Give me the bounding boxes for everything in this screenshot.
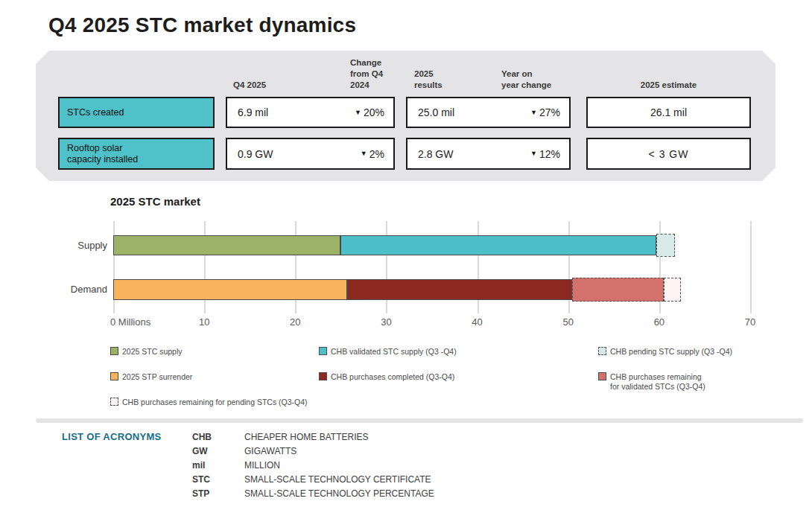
legend-label: 2025 STC supply — [122, 347, 183, 357]
down-arrow-icon: ▼ — [361, 150, 367, 157]
column-header-yoy-change: Year on year change — [501, 68, 551, 91]
acronym-definition: GIGAWATTS — [244, 446, 296, 456]
gridline — [750, 221, 752, 313]
x-axis-tick-label: 50 — [562, 316, 573, 328]
x-axis-tick-label: 70 — [745, 316, 755, 328]
legend-item: 2025 STP surrender — [110, 372, 192, 382]
legend-label: CHB purchases remaining for pending STCs… — [122, 398, 308, 407]
legend-label: CHB purchases completed (Q3-Q4) — [331, 372, 454, 382]
value-box-q4-stcs: 6.9 mil ▼ 20% — [226, 97, 395, 128]
legend-item: CHB purchases remaining for pending STCs… — [110, 398, 308, 407]
legend-swatch-dark-red — [319, 372, 327, 380]
legend-item: CHB pending STC supply (Q3 -Q4) — [598, 347, 732, 357]
value-box-estimate-rooftop: < 3 GW — [586, 138, 751, 170]
q4-change-value: 2% — [369, 148, 384, 160]
acronym-definition: CHEAPER HOME BATTERIES — [244, 432, 368, 442]
legend-item: CHB purchases remaining for validated ST… — [598, 372, 705, 392]
metric-label-text: Rooftop solar capacity installed — [67, 143, 138, 165]
x-axis-tick-label: 60 — [654, 316, 664, 328]
ytd-change-value: 12% — [539, 148, 560, 160]
legend-swatch-teal — [319, 347, 327, 355]
legend-swatch-light-teal — [598, 347, 606, 355]
ytd-change: ▼ 12% — [530, 148, 560, 160]
legend-swatch-salmon — [598, 372, 606, 380]
legend-item: 2025 STC supply — [110, 347, 183, 357]
value-box-q4-rooftop: 0.9 GW ▼ 2% — [226, 138, 395, 170]
q4-change: ▼ 2% — [361, 148, 384, 160]
legend-label: 2025 STP surrender — [122, 372, 192, 382]
legend-label: CHB validated STC supply (Q3 -Q4) — [331, 347, 457, 357]
value-box-estimate-stcs: 26.1 mil — [586, 97, 751, 128]
legend-swatch-green — [110, 347, 118, 355]
x-axis-tick-label: 40 — [472, 316, 482, 328]
column-header-change-from-q4-2024: Change from Q4 2024 — [350, 57, 383, 91]
ytd-change: ▼ 27% — [530, 106, 560, 118]
down-arrow-icon: ▼ — [530, 109, 537, 116]
x-axis-tick-label: 30 — [381, 316, 391, 328]
acronym-abbr: CHB — [192, 432, 212, 442]
bar-segment-light-pink — [664, 278, 681, 302]
acronym-definition: SMALL-SCALE TECHNOLOGY CERTIFICATE — [244, 474, 431, 485]
legend-swatch-orange — [110, 372, 118, 380]
bar-segment-orange — [113, 279, 347, 300]
estimate-value: < 3 GW — [649, 148, 689, 160]
legend-label: CHB pending STC supply (Q3 -Q4) — [610, 347, 732, 357]
page: { "page": { "title": "Q4 2025 STC market… — [0, 0, 812, 507]
bar-segment-salmon — [572, 278, 664, 302]
category-label-supply: Supply — [0, 240, 107, 251]
acronym-abbr: mil — [192, 460, 205, 471]
value-box-ytd-rooftop: 2.8 GW ▼ 12% — [406, 138, 571, 170]
chart-title: 2025 STC market — [110, 195, 200, 208]
legend-item: CHB validated STC supply (Q3 -Q4) — [319, 347, 457, 357]
legend-swatch-light-pink — [110, 398, 118, 406]
bar-segment-teal — [340, 235, 656, 255]
down-arrow-icon: ▼ — [355, 109, 361, 116]
section-divider — [36, 418, 803, 423]
acronym-definition: SMALL-SCALE TECHNOLOGY PERCENTAGE — [244, 488, 434, 499]
column-header-q4-2025: Q4 2025 — [233, 80, 266, 91]
estimate-value: 26.1 mil — [650, 106, 687, 118]
ytd-value: 2.8 GW — [418, 148, 453, 160]
x-axis-tick-label: 10 — [199, 316, 209, 328]
q4-change: ▼ 20% — [355, 106, 384, 118]
legend-item: CHB purchases completed (Q3-Q4) — [319, 372, 454, 382]
q4-value: 6.9 mil — [238, 106, 268, 118]
acronyms-heading: LIST OF ACRONYMS — [62, 431, 162, 442]
x-axis-tick-label: 0 Millions — [110, 316, 150, 328]
legend-label: CHB purchases remaining for validated ST… — [610, 372, 705, 392]
acronym-abbr: GW — [192, 446, 208, 456]
down-arrow-icon: ▼ — [530, 150, 537, 157]
bar-segment-dark-red — [347, 279, 572, 300]
q4-value: 0.9 GW — [238, 148, 273, 160]
value-box-ytd-stcs: 25.0 mil ▼ 27% — [406, 97, 571, 128]
column-header-2025-results: 2025 results — [414, 68, 443, 91]
metric-label-rooftop-solar: Rooftop solar capacity installed — [58, 138, 215, 170]
x-axis-tick-label: 20 — [290, 316, 300, 328]
metric-label-text: STCs created — [67, 107, 124, 118]
column-header-2025-estimate: 2025 estimate — [586, 80, 751, 91]
acronym-abbr: STP — [192, 488, 209, 499]
q4-change-value: 20% — [364, 106, 384, 118]
metric-label-stcs-created: STCs created — [58, 97, 215, 128]
ytd-value: 25.0 mil — [418, 106, 454, 118]
stc-chart: 0 Millions10203040506070 — [113, 220, 775, 333]
acronym-abbr: STC — [192, 474, 210, 485]
ytd-change-value: 27% — [539, 106, 560, 118]
bar-segment-light-teal — [656, 234, 674, 257]
bar-segment-green — [113, 235, 340, 255]
page-title: Q4 2025 STC market dynamics — [48, 13, 356, 37]
acronym-definition: MILLION — [244, 460, 280, 471]
category-label-demand: Demand — [0, 284, 107, 295]
